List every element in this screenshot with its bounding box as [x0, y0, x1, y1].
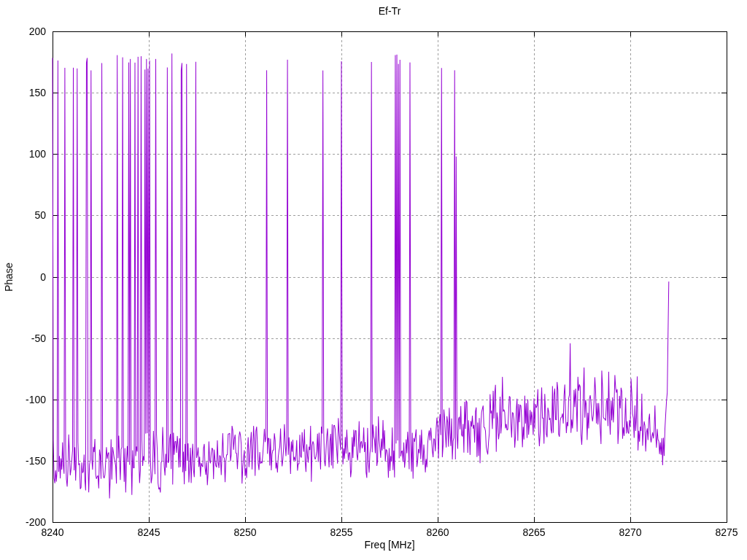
- y-tick-label: 0: [0, 271, 46, 283]
- x-tick-label: 8260: [412, 526, 463, 538]
- x-tick-label: 8250: [220, 526, 271, 538]
- y-tick-label: -100: [0, 394, 46, 405]
- chart: Ef-Tr Phase Freq [MHz] 200 150 100 50 0 …: [0, 0, 747, 560]
- y-tick-label: 100: [0, 148, 46, 160]
- x-tick-label: 8245: [123, 526, 174, 538]
- plot-area: [0, 0, 747, 560]
- y-tick-label: 200: [0, 26, 46, 37]
- chart-title: Ef-Tr: [53, 5, 727, 17]
- x-tick-label: 8265: [508, 526, 560, 538]
- x-tick-label: 8240: [27, 526, 78, 538]
- x-tick-label: 8255: [316, 526, 367, 538]
- x-tick-label: 8270: [605, 526, 656, 538]
- y-tick-label: -150: [0, 455, 46, 467]
- x-axis-label: Freq [MHz]: [53, 539, 727, 551]
- x-tick-label: 8275: [701, 526, 747, 538]
- y-tick-label: 50: [0, 209, 46, 221]
- y-tick-label: 150: [0, 87, 46, 98]
- y-tick-label: -50: [0, 332, 46, 344]
